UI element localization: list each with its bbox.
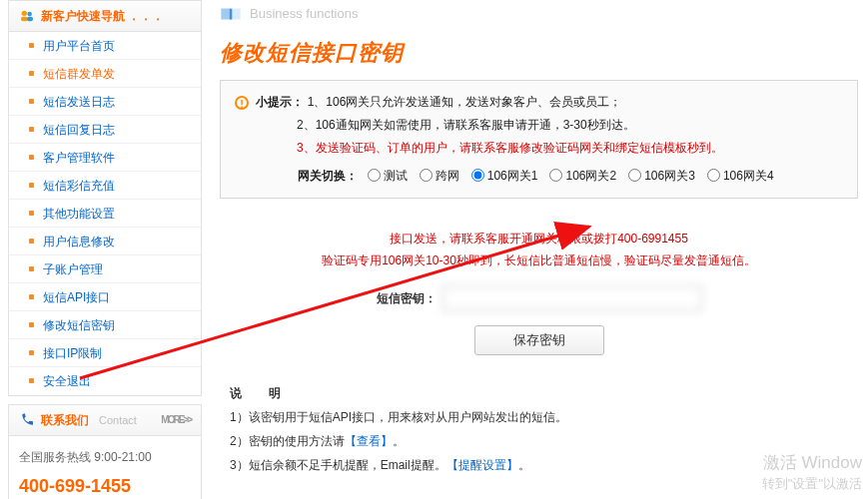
gateway-radio[interactable] — [628, 169, 641, 182]
tip-box: ! 小提示： 1、106网关只允许发送通知，发送对象客户、会员或员工； 2、10… — [220, 80, 858, 199]
contact-box: 联系我们 Contact MORE>> 全国服务热线 9:00-21:00 40… — [8, 404, 202, 499]
hotline-number: 400-699-1455 — [19, 469, 191, 499]
gateway-radio[interactable] — [368, 169, 381, 182]
sidebar-link[interactable]: 短信发送日志 — [43, 95, 115, 109]
gateway-option[interactable]: 测试 — [368, 169, 408, 183]
sidebar-item-0[interactable]: 用户平台首页 — [9, 32, 201, 60]
sidebar-item-5[interactable]: 短信彩信充值 — [9, 172, 201, 200]
gateway-option[interactable]: 106网关4 — [707, 169, 774, 183]
view-usage-link[interactable]: 【查看】 — [345, 434, 393, 448]
sidebar-item-11[interactable]: 接口IP限制 — [9, 339, 201, 367]
sidebar-link[interactable]: 短信API接口 — [43, 290, 110, 304]
sidebar-link[interactable]: 其他功能设置 — [43, 207, 115, 221]
gateway-radio[interactable] — [549, 169, 562, 182]
reminder-settings-link[interactable]: 【提醒设置】 — [446, 458, 518, 472]
section-title-key: 修改短信接口密钥 — [220, 38, 858, 68]
red-note-1: 接口发送，请联系客服开通网关权限或拨打400-6991455 — [230, 229, 848, 250]
gateway-option[interactable]: 跨网 — [420, 169, 459, 183]
sidebar-link[interactable]: 用户信息修改 — [43, 235, 115, 249]
sidebar-link[interactable]: 短信彩信充值 — [43, 179, 115, 193]
sidebar-link[interactable]: 用户平台首页 — [43, 39, 115, 53]
sidebar-item-1[interactable]: 短信群发单发 — [9, 60, 201, 88]
sidebar-link[interactable]: 安全退出 — [43, 374, 91, 388]
key-label: 短信密钥： — [377, 290, 436, 307]
desc-line-2: 2）密钥的使用方法请【查看】。 — [230, 429, 848, 453]
svg-rect-3 — [27, 17, 33, 22]
desc-line-1: 1）该密钥用于短信API接口，用来核对从用户网站发出的短信。 — [230, 405, 848, 429]
desc-heading: 说 明 — [230, 381, 848, 405]
gateway-radio[interactable] — [420, 169, 433, 182]
sidebar-item-12[interactable]: 安全退出 — [9, 367, 201, 395]
sidebar-item-3[interactable]: 短信回复日志 — [9, 116, 201, 144]
sidebar-link[interactable]: 修改短信密钥 — [43, 318, 115, 332]
people-icon — [19, 8, 35, 24]
sidebar-link[interactable]: 短信回复日志 — [43, 123, 115, 137]
svg-point-1 — [27, 12, 32, 17]
sidebar-item-2[interactable]: 短信发送日志 — [9, 88, 201, 116]
svg-point-0 — [22, 11, 27, 16]
gateway-switch-label: 网关切换： — [298, 169, 358, 183]
contact-title: 联系我们 — [41, 404, 89, 436]
sms-key-input[interactable] — [442, 285, 702, 311]
gateway-option[interactable]: 106网关3 — [628, 169, 695, 183]
sidebar-link[interactable]: 短信群发单发 — [43, 67, 115, 81]
svg-rect-2 — [21, 17, 28, 22]
sidebar-item-6[interactable]: 其他功能设置 — [9, 200, 201, 228]
phone-icon — [19, 412, 35, 428]
desc-line-3: 3）短信余额不足手机提醒，Email提醒。【提醒设置】。 — [230, 453, 848, 477]
nav-box: 新客户快速导航 ．．． 用户平台首页短信群发单发短信发送日志短信回复日志客户管理… — [8, 0, 202, 396]
breadcrumb-label: Business functions — [250, 0, 358, 28]
service-hours: 全国服务热线 9:00-21:00 — [19, 446, 191, 469]
gateway-switch-row: 网关切换： 测试跨网106网关1106网关2106网关3106网关4 — [235, 165, 843, 188]
gateway-radio[interactable] — [471, 169, 484, 182]
nav-title: 新客户快速导航 ．．． — [41, 0, 164, 32]
red-note-2: 验证码专用106网关10-30秒即到，长短信比普通短信慢，验证码尽量发普通短信。 — [230, 250, 848, 272]
contact-title-en: Contact — [99, 404, 137, 436]
sidebar-item-10[interactable]: 修改短信密钥 — [9, 311, 201, 339]
sidebar-link[interactable]: 接口IP限制 — [43, 346, 102, 360]
sidebar-link[interactable]: 客户管理软件 — [43, 151, 115, 165]
sidebar-link[interactable]: 子账户管理 — [43, 262, 103, 276]
breadcrumb: Business functions — [220, 0, 858, 28]
sidebar-item-9[interactable]: 短信API接口 — [9, 283, 201, 311]
sidebar-item-4[interactable]: 客户管理软件 — [9, 144, 201, 172]
info-icon: ! — [235, 96, 249, 110]
sidebar-item-8[interactable]: 子账户管理 — [9, 255, 201, 283]
gateway-option[interactable]: 106网关2 — [549, 169, 616, 183]
contact-header: 联系我们 Contact MORE>> — [9, 404, 201, 436]
key-area: 接口发送，请联系客服开通网关权限或拨打400-6991455 验证码专用106网… — [220, 199, 858, 487]
sidebar-item-7[interactable]: 用户信息修改 — [9, 228, 201, 255]
nav-list: 用户平台首页短信群发单发短信发送日志短信回复日志客户管理软件短信彩信充值其他功能… — [9, 32, 201, 395]
book-icon — [220, 5, 242, 23]
nav-header: 新客户快速导航 ．．． — [9, 0, 201, 32]
save-key-button[interactable]: 保存密钥 — [474, 325, 604, 355]
gateway-option[interactable]: 106网关1 — [471, 169, 538, 183]
gateway-radio[interactable] — [707, 169, 720, 182]
more-link[interactable]: MORE>> — [161, 404, 191, 436]
